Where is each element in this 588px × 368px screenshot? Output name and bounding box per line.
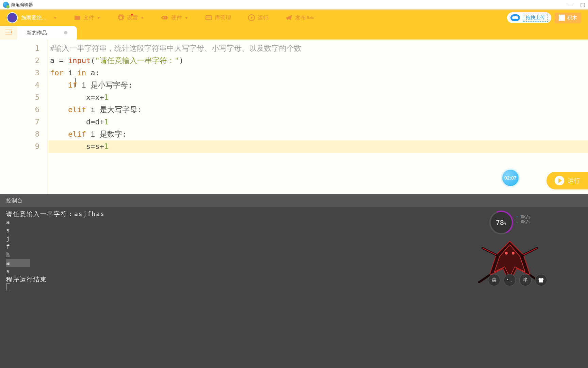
app-title: 海龟编辑器 bbox=[11, 2, 33, 8]
line-number: 1 bbox=[0, 42, 48, 55]
console-output[interactable]: 请任意输入一串字符：asjfhas asjfhas 程序运行结束 78% ↑ 0… bbox=[0, 207, 588, 368]
console-header: 控制台 bbox=[0, 194, 588, 207]
maximize-button[interactable]: ▢ bbox=[580, 2, 585, 7]
file-label: 文件 bbox=[83, 14, 94, 21]
ime-width-button[interactable]: 半 bbox=[519, 274, 532, 286]
code-line[interactable]: elif i 是数字: bbox=[48, 128, 588, 140]
sidebar-toggle-button[interactable] bbox=[0, 26, 17, 40]
gear-icon bbox=[117, 14, 124, 21]
svg-rect-0 bbox=[162, 16, 167, 19]
cpu-value: 78 bbox=[496, 218, 504, 227]
beta-tag: Beta bbox=[307, 16, 314, 20]
line-number: 2 bbox=[0, 55, 48, 67]
line-number: 5 bbox=[0, 91, 48, 104]
console-cursor-icon bbox=[6, 283, 10, 290]
svg-rect-3 bbox=[161, 17, 162, 18]
tab-unsaved-dot-icon bbox=[64, 31, 67, 34]
library-label: 库管理 bbox=[215, 14, 231, 21]
code-line[interactable]: for i in a: bbox=[48, 67, 588, 79]
paper-plane-icon bbox=[285, 15, 292, 21]
svg-point-2 bbox=[165, 17, 166, 18]
code-line[interactable]: if i 是小写字母: bbox=[48, 79, 588, 91]
download-speed: 0K/s bbox=[521, 219, 530, 224]
ime-toolbar: 英 ·， 半 bbox=[488, 274, 547, 286]
run-label: 运行 bbox=[258, 14, 268, 21]
tab-bar: 新的作品 bbox=[0, 26, 588, 40]
code-line[interactable]: d=d+1 bbox=[48, 116, 588, 128]
network-stats: ↑ 0K/s ↓ 0K/s bbox=[516, 215, 530, 224]
minimize-button[interactable]: — bbox=[568, 2, 573, 7]
code-line[interactable]: a = input("请任意输入一串字符：") bbox=[48, 55, 588, 67]
file-menu[interactable]: 文件 ▼ bbox=[74, 14, 100, 21]
svg-rect-4 bbox=[167, 17, 168, 18]
code-line[interactable]: elif i 是大写字母: bbox=[48, 104, 588, 116]
caret-down-icon: ▼ bbox=[141, 16, 144, 20]
blocks-icon bbox=[559, 15, 565, 21]
ime-punct-button[interactable]: ·， bbox=[504, 274, 516, 286]
tab-active[interactable]: 新的作品 bbox=[17, 26, 77, 40]
run-floating-label: 运行 bbox=[568, 177, 580, 185]
line-number: 3 bbox=[0, 67, 48, 79]
menu-toggle-icon bbox=[5, 29, 12, 37]
code-line[interactable]: x=x+1 bbox=[48, 91, 588, 104]
folder-icon bbox=[74, 15, 81, 20]
cloud-icon bbox=[510, 14, 520, 21]
publish-menu[interactable]: 发布 Beta bbox=[285, 14, 314, 21]
caret-down-icon: ▼ bbox=[185, 16, 188, 20]
main-toolbar: 施雨爱绝… ▼ 文件 ▼ 设置 ▼ 硬件 ▼ 库管理 运行 bbox=[0, 10, 588, 26]
blocks-mode-button[interactable]: 积木 bbox=[555, 13, 581, 23]
line-number: 9 bbox=[0, 140, 48, 153]
run-menu[interactable]: 运行 bbox=[248, 14, 268, 21]
upload-speed: 0K/s bbox=[521, 215, 530, 219]
run-floating-button[interactable]: 运行 bbox=[546, 172, 588, 189]
window-titlebar: 海龟编辑器 — ▢ bbox=[0, 0, 588, 10]
blocks-label: 积木 bbox=[567, 15, 577, 21]
user-name-label: 施雨爱绝… bbox=[21, 15, 47, 21]
box-icon bbox=[205, 15, 212, 20]
tab-label: 新的作品 bbox=[27, 30, 47, 36]
notification-dot-icon bbox=[131, 14, 133, 16]
code-editor[interactable]: 123456789 #输入一串字符串，统计这段字符串中大写字母、小写字母、以及数… bbox=[0, 40, 588, 194]
code-line[interactable]: #输入一串字符串，统计这段字符串中大写字母、小写字母、以及数字的个数 bbox=[48, 42, 588, 55]
timer-value: 02:07 bbox=[504, 175, 517, 181]
settings-menu[interactable]: 设置 ▼ bbox=[117, 14, 144, 21]
line-number: 7 bbox=[0, 116, 48, 128]
line-number: 4 bbox=[0, 79, 48, 91]
user-dropdown-caret-icon[interactable]: ▼ bbox=[53, 16, 57, 20]
ime-skin-button[interactable] bbox=[535, 274, 547, 286]
timer-badge[interactable]: 02:07 bbox=[501, 168, 520, 187]
upload-label: 拖拽上传 bbox=[523, 14, 548, 22]
cloud-upload-button[interactable]: 拖拽上传 bbox=[507, 12, 551, 23]
play-icon bbox=[555, 176, 564, 185]
svg-point-14 bbox=[505, 252, 508, 255]
publish-label: 发布 bbox=[295, 14, 306, 21]
library-menu[interactable]: 库管理 bbox=[205, 14, 231, 21]
play-circle-icon bbox=[248, 14, 255, 21]
line-number: 8 bbox=[0, 128, 48, 140]
hardware-label: 硬件 bbox=[171, 14, 182, 21]
user-avatar[interactable] bbox=[7, 12, 18, 23]
app-icon bbox=[3, 2, 9, 8]
console-title: 控制台 bbox=[6, 197, 22, 204]
upload-arrow-icon: ↑ bbox=[516, 215, 518, 219]
line-number-gutter: 123456789 bbox=[0, 40, 48, 194]
svg-point-15 bbox=[512, 252, 514, 255]
ime-lang-button[interactable]: 英 bbox=[488, 274, 500, 286]
svg-point-1 bbox=[163, 17, 164, 18]
svg-point-10 bbox=[516, 16, 518, 19]
hardware-menu[interactable]: 硬件 ▼ bbox=[161, 14, 188, 21]
robot-icon bbox=[161, 15, 168, 21]
caret-down-icon: ▼ bbox=[97, 16, 100, 20]
code-line[interactable]: s=s+1 bbox=[48, 140, 588, 153]
download-arrow-icon: ↓ bbox=[516, 219, 518, 224]
line-number: 6 bbox=[0, 104, 48, 116]
cpu-percent-label: % bbox=[504, 221, 506, 226]
svg-rect-5 bbox=[206, 16, 211, 20]
